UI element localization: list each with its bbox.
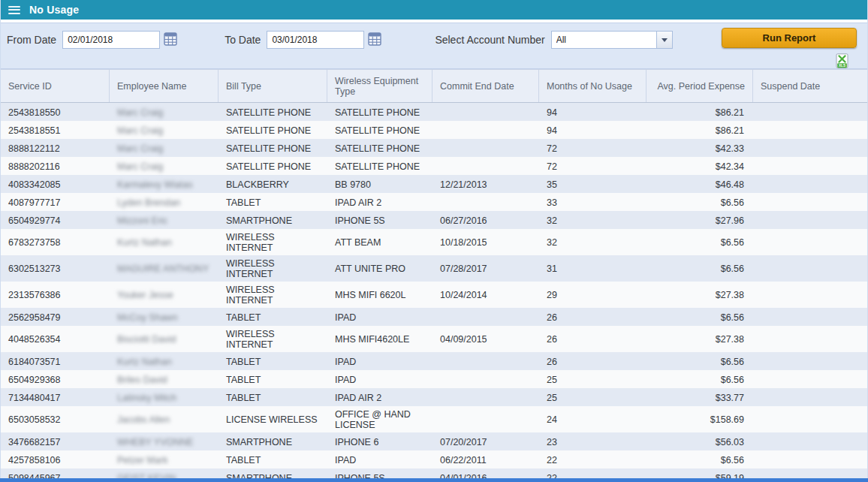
- cell-months-no-usage: 72: [539, 157, 646, 175]
- cell-months-no-usage: 26: [539, 308, 646, 326]
- table-row[interactable]: 6504929368 Briles David TABLET IPAD 25 $…: [1, 370, 868, 388]
- cell-suspend-date: [753, 352, 868, 370]
- table-row[interactable]: 2543818551 Marc Craig SATELLITE PHONE SA…: [1, 121, 868, 139]
- cell-service-id: 6302513273: [1, 255, 110, 282]
- table-row[interactable]: 2562958479 McCoy Shawn TABLET IPAD 26 $6…: [1, 308, 868, 326]
- col-header-suspend-date[interactable]: Suspend Date: [753, 70, 868, 102]
- cell-equipment-type: SATELLITE PHONE: [327, 157, 432, 175]
- cell-equipment-type: SATELLITE PHONE: [327, 121, 432, 139]
- from-date-calendar-icon[interactable]: [163, 32, 178, 47]
- page-title: No Usage: [29, 4, 79, 16]
- cell-commit-end-date: [432, 139, 539, 157]
- to-date-input[interactable]: [267, 31, 364, 49]
- col-header-bill-type[interactable]: Bill Type: [219, 70, 327, 102]
- from-date-label: From Date: [7, 34, 56, 46]
- cell-bill-type: TABLET: [219, 352, 327, 370]
- cell-employee-name: WHEBY YVONNE: [110, 432, 219, 450]
- to-date-label: To Date: [225, 34, 261, 46]
- table-row[interactable]: 6503058532 Jacobs Allen LICENSE WIRELESS…: [1, 406, 868, 432]
- cell-suspend-date: [753, 468, 868, 478]
- cell-commit-end-date: [432, 308, 539, 326]
- cell-commit-end-date: 10/18/2015: [432, 229, 539, 255]
- cell-avg-period-expense: $86.21: [646, 103, 753, 121]
- table-row[interactable]: 2543818550 Marc Craig SATELLITE PHONE SA…: [1, 103, 868, 121]
- table-row[interactable]: 4048526354 Bisciotti David WIRELESS INTE…: [1, 326, 868, 352]
- chevron-down-icon[interactable]: [656, 31, 673, 49]
- table-row[interactable]: 7134480417 Latinsky Mitch TABLET IPAD AI…: [1, 388, 868, 406]
- cell-suspend-date: [753, 229, 868, 255]
- cell-months-no-usage: 29: [539, 282, 646, 308]
- cell-bill-type: SMARTPHONE: [219, 468, 327, 478]
- table-row[interactable]: 4257858106 Petzer Mark TABLET IPAD 06/22…: [1, 450, 868, 468]
- cell-commit-end-date: [432, 370, 539, 388]
- cell-commit-end-date: [432, 406, 539, 432]
- export-excel-icon[interactable]: XLS: [836, 53, 849, 69]
- cell-equipment-type: IPAD AIR 2: [327, 193, 432, 211]
- cell-bill-type: TABLET: [219, 450, 327, 468]
- from-date-input[interactable]: [62, 31, 160, 49]
- cell-suspend-date: [753, 326, 868, 352]
- cell-avg-period-expense: $56.03: [646, 432, 753, 450]
- table-row[interactable]: 8888122112 Marc Craig SATELLITE PHONE SA…: [1, 139, 868, 157]
- cell-commit-end-date: [432, 157, 539, 175]
- table-row[interactable]: 6184073571 Kurtz Nathan TABLET IPAD 26 $…: [1, 352, 868, 370]
- table-row[interactable]: 6302513273 MAGUIRE ANTHONY WIRELESS INTE…: [1, 255, 868, 282]
- cell-avg-period-expense: $27.38: [646, 282, 753, 308]
- table-row[interactable]: 3476682157 WHEBY YVONNE SMARTPHONE IPHON…: [1, 432, 868, 450]
- cell-avg-period-expense: $6.56: [646, 450, 753, 468]
- cell-bill-type: TABLET: [219, 388, 327, 406]
- cell-bill-type: SATELLITE PHONE: [219, 121, 327, 139]
- cell-bill-type: WIRELESS INTERNET: [219, 255, 327, 282]
- cell-service-id: 2313576386: [1, 282, 110, 308]
- cell-employee-name: Latinsky Mitch: [110, 388, 219, 406]
- cell-suspend-date: [753, 157, 868, 175]
- cell-employee-name: Kurtz Nathan: [110, 229, 219, 255]
- cell-bill-type: SMARTPHONE: [219, 211, 327, 229]
- table-row[interactable]: 2313576386 Youker Jesse WIRELESS INTERNE…: [1, 282, 868, 308]
- table-row[interactable]: 6504929774 Mizzoni Eric SMARTPHONE IPHON…: [1, 211, 868, 229]
- cell-equipment-type: IPAD: [327, 370, 432, 388]
- run-report-button[interactable]: Run Report: [722, 28, 857, 48]
- cell-months-no-usage: 31: [539, 255, 646, 282]
- table-row[interactable]: 5098445967 GEIST KEVIN SMARTPHONE IPHONE…: [1, 468, 868, 478]
- account-select-label: Select Account Number: [435, 34, 544, 46]
- table-row[interactable]: 4087977717 Lyden Brendan TABLET IPAD AIR…: [1, 193, 868, 211]
- hamburger-menu-icon[interactable]: [8, 6, 20, 14]
- col-header-employee-name[interactable]: Employee Name: [110, 70, 219, 102]
- col-header-commit-end-date[interactable]: Commit End Date: [432, 70, 539, 102]
- cell-suspend-date: [753, 450, 868, 468]
- cell-equipment-type: BB 9780: [327, 175, 432, 193]
- table-row[interactable]: 8888202116 Marc Craig SATELLITE PHONE SA…: [1, 157, 868, 175]
- cell-suspend-date: [753, 121, 868, 139]
- table-body: 2543818550 Marc Craig SATELLITE PHONE SA…: [1, 103, 868, 478]
- cell-commit-end-date: [432, 352, 539, 370]
- cell-employee-name: Petzer Mark: [110, 450, 219, 468]
- cell-avg-period-expense: $59.19: [646, 468, 753, 478]
- table-row[interactable]: 6783273758 Kurtz Nathan WIRELESS INTERNE…: [1, 229, 868, 255]
- cell-equipment-type: IPHONE 5S: [327, 468, 432, 478]
- cell-bill-type: SMARTPHONE: [219, 432, 327, 450]
- cell-suspend-date: [753, 211, 868, 229]
- cell-suspend-date: [753, 308, 868, 326]
- cell-equipment-type: SATELLITE PHONE: [327, 139, 432, 157]
- cell-equipment-type: MHS MIFI 6620L: [327, 282, 432, 308]
- account-select-value[interactable]: [551, 31, 656, 49]
- cell-service-id: 5098445967: [1, 468, 110, 478]
- table-row[interactable]: 4083342085 Karmalevy Wiatas BLACKBERRY B…: [1, 175, 868, 193]
- col-header-service-id[interactable]: Service ID: [1, 70, 110, 102]
- cell-commit-end-date: [432, 388, 539, 406]
- cell-avg-period-expense: $6.56: [646, 255, 753, 282]
- cell-equipment-type: IPHONE 6: [327, 432, 432, 450]
- col-header-months-no-usage[interactable]: Months of No Usage: [539, 70, 646, 102]
- col-header-equipment-type[interactable]: Wireless Equipment Type: [327, 70, 432, 102]
- col-header-avg-expense[interactable]: Avg. Period Expense: [646, 70, 753, 102]
- cell-commit-end-date: 07/20/2017: [432, 432, 539, 450]
- cell-avg-period-expense: $42.33: [646, 139, 753, 157]
- cell-commit-end-date: 04/01/2016: [432, 468, 539, 478]
- cell-avg-period-expense: $6.56: [646, 370, 753, 388]
- cell-employee-name: Youker Jesse: [110, 282, 219, 308]
- cell-employee-name: Bisciotti David: [110, 326, 219, 352]
- to-date-calendar-icon[interactable]: [367, 32, 382, 47]
- bottom-scroll-border[interactable]: [0, 478, 868, 482]
- account-number-select[interactable]: [551, 31, 673, 49]
